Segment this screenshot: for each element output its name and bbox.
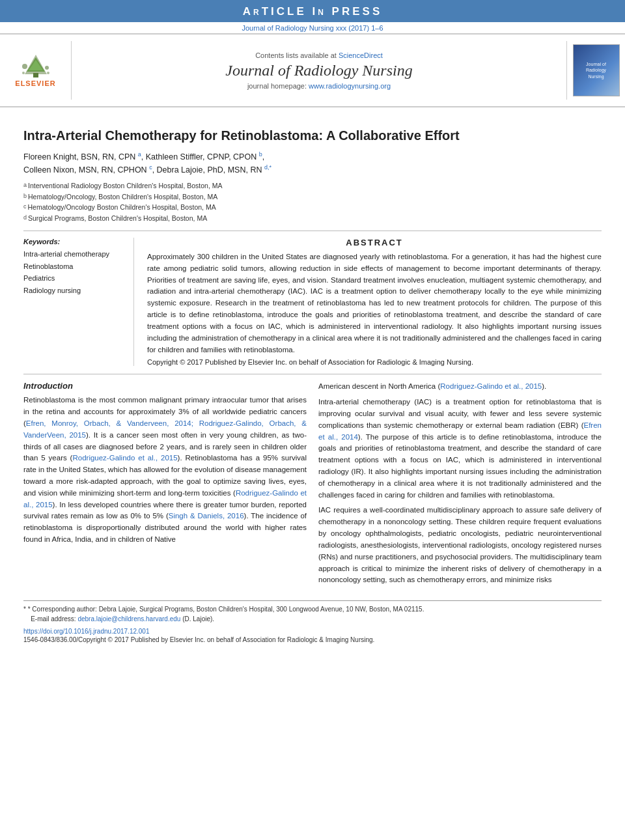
keyword-2: Retinoblastoma xyxy=(23,260,124,273)
ref-rodriguez-2015a[interactable]: Rodriguez-Galindo et al., 2015 xyxy=(72,454,177,462)
contents-text: Contents lists available at xyxy=(255,51,337,59)
svg-point-4 xyxy=(22,64,27,69)
author-2: Kathleen Stiffler, CPNP, CPON xyxy=(146,152,257,161)
journal-header-center: Contents lists available at ScienceDirec… xyxy=(72,41,566,100)
author-1: Floreen Knight, BSN, RN, CPN xyxy=(23,152,135,161)
svg-point-7 xyxy=(47,72,49,74)
affiliations-block: a Interventional Radiology Boston Childr… xyxy=(23,180,602,224)
author-2-sup: b xyxy=(259,151,262,158)
ref-efren-2014b[interactable]: Efren et al., 2014 xyxy=(318,421,602,441)
intro-para-right-2: Intra-arterial chemotherapy (IAC) is a t… xyxy=(318,397,602,501)
homepage-label: journal homepage: xyxy=(247,82,307,90)
separator-2 xyxy=(23,374,602,374)
body-col-left: Introduction Retinoblastoma is the most … xyxy=(23,381,307,590)
svg-point-5 xyxy=(45,66,49,70)
affil-d-text: Surgical Programs, Boston Children's Hos… xyxy=(28,213,207,224)
abstract-copyright: Copyright © 2017 Published by Elsevier I… xyxy=(147,358,602,366)
affil-c-text: Hematology/Oncology Boston Children's Ho… xyxy=(28,202,216,213)
affil-a-sup: a xyxy=(23,180,27,191)
journal-cover-area: Journal of Radiology Nursing xyxy=(566,41,625,100)
elsevier-tree-icon xyxy=(18,53,53,78)
affil-d-sup: d xyxy=(23,213,27,224)
article-title: Intra-Arterial Chemotherapy for Retinobl… xyxy=(23,127,602,144)
author-email[interactable]: debra.lajoie@childrens.harvard.edu xyxy=(77,615,180,623)
intro-para-right-1: American descent in North America (Rodri… xyxy=(318,381,602,393)
author-4-sup: d,* xyxy=(264,164,271,171)
journal-header: ELSEVIER Contents lists available at Sci… xyxy=(0,33,625,107)
ref-rodriguez-2015c[interactable]: Rodriguez-Galindo et al., 2015 xyxy=(440,382,542,390)
body-col-right: American descent in North America (Rodri… xyxy=(318,381,602,590)
abstract-text: Approximately 300 children in the United… xyxy=(147,251,602,356)
issn-line: 1546-0843/836.00/Copyright © 2017 Publis… xyxy=(23,636,602,643)
keyword-3: Pediatrics xyxy=(23,272,124,285)
affiliation-c: c Hematology/Oncology Boston Children's … xyxy=(23,202,602,213)
affiliation-b: b Hematology/Oncology, Boston Children's… xyxy=(23,191,602,203)
affiliation-a: a Interventional Radiology Boston Childr… xyxy=(23,180,602,191)
main-content: Intra-Arterial Chemotherapy for Retinobl… xyxy=(0,107,625,650)
abstract-box: ABSTRACT Approximately 300 children in t… xyxy=(147,238,602,366)
banner-text: ArTICLE In PRESS xyxy=(243,5,383,18)
journal-cover-text: Journal of Radiology Nursing xyxy=(584,59,608,81)
author-4: Debra Lajoie, PhD, MSN, RN xyxy=(157,165,262,175)
ref-singh-2016[interactable]: Singh & Daniels, 2016 xyxy=(169,512,244,520)
affil-c-sup: c xyxy=(23,202,27,213)
article-in-press-banner: ArTICLE In PRESS xyxy=(0,0,625,22)
corresponding-text: * Corresponding author: Debra Lajoie, Su… xyxy=(28,606,424,613)
corresponding-star: * xyxy=(23,606,28,613)
elsevier-logo-area: ELSEVIER xyxy=(0,41,72,100)
author-3-sup: c xyxy=(149,164,152,171)
journal-reference-line: Journal of Radiology Nursing xxx (2017) … xyxy=(0,22,625,33)
separator-1 xyxy=(23,231,602,231)
abstract-section: Keywords: Intra-arterial chemotherapy Re… xyxy=(23,238,602,366)
authors-line: Floreen Knight, BSN, RN, CPN a, Kathleen… xyxy=(23,150,602,176)
keywords-box: Keywords: Intra-arterial chemotherapy Re… xyxy=(23,238,134,366)
corresponding-author-note: * * Corresponding author: Debra Lajoie, … xyxy=(23,604,602,614)
affil-b-text: Hematology/Oncology, Boston Children's H… xyxy=(28,191,217,203)
affil-b-sup: b xyxy=(23,191,27,203)
doi-line[interactable]: https://doi.org/10.1016/j.jradnu.2017.12… xyxy=(23,628,602,635)
ref-efren-2014[interactable]: Efren, Monroy, Orbach, & Vanderveen, 201… xyxy=(23,419,307,439)
email-suffix: (D. Lajoie). xyxy=(182,615,214,623)
intro-para-1: Retinoblastoma is the most common malign… xyxy=(23,395,307,546)
abstract-title: ABSTRACT xyxy=(147,238,602,247)
intro-para-right-3: IAC requires a well-coordinated multidis… xyxy=(318,505,602,586)
email-label: E-mail address: xyxy=(31,615,76,623)
ref-rodriguez-2015b[interactable]: Rodriguez-Galindo et al., 2015 xyxy=(23,489,307,509)
elsevier-logo: ELSEVIER xyxy=(10,51,62,90)
footnote-area: * * Corresponding author: Debra Lajoie, … xyxy=(23,600,602,624)
affiliation-d: d Surgical Programs, Boston Children's H… xyxy=(23,213,602,224)
keyword-4: Radiology nursing xyxy=(23,285,124,297)
author-1-sup: a xyxy=(138,151,141,158)
sciencedirect-link[interactable]: ScienceDirect xyxy=(339,51,383,59)
journal-cover-image: Journal of Radiology Nursing xyxy=(573,44,620,96)
keyword-1: Intra-arterial chemotherapy xyxy=(23,248,124,260)
svg-point-6 xyxy=(22,72,25,74)
contents-available-text: Contents lists available at ScienceDirec… xyxy=(255,51,383,59)
intro-section-title: Introduction xyxy=(23,381,307,391)
journal-ref-text: Journal of Radiology Nursing xxx (2017) … xyxy=(242,24,383,32)
keywords-title: Keywords: xyxy=(23,238,124,245)
elsevier-wordmark: ELSEVIER xyxy=(15,79,55,87)
author-3: Colleen Nixon, MSN, RN, CPHON xyxy=(23,165,147,175)
journal-homepage-line: journal homepage: www.radiologynursing.o… xyxy=(247,82,391,90)
email-note: E-mail address: debra.lajoie@childrens.h… xyxy=(23,614,602,624)
body-two-col: Introduction Retinoblastoma is the most … xyxy=(23,381,602,590)
affil-a-text: Interventional Radiology Boston Children… xyxy=(28,180,223,191)
journal-title: Journal of Radiology Nursing xyxy=(225,62,412,79)
journal-url[interactable]: www.radiologynursing.org xyxy=(309,82,391,90)
